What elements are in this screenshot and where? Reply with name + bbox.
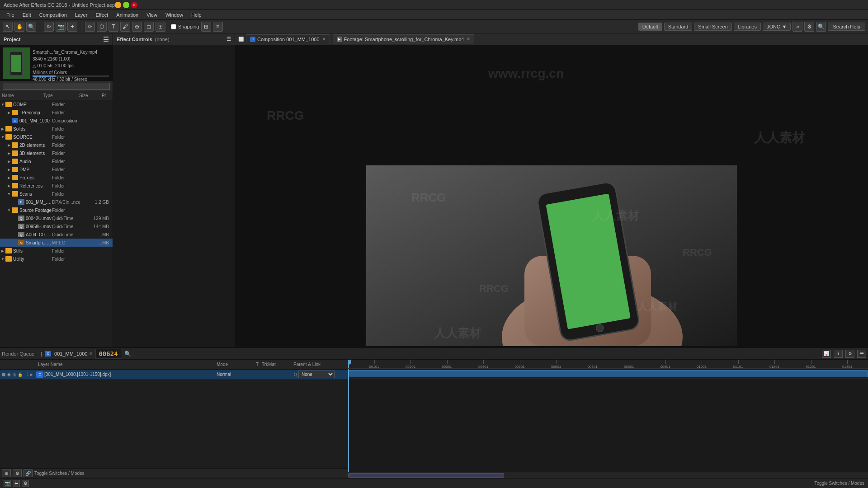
track-bar-1[interactable] [348, 370, 868, 377]
scanfile-icon: D [18, 199, 24, 205]
toolbar-eraser-tool[interactable]: ◻ [144, 22, 154, 32]
tree-item-dmp[interactable]: ▶ DMP Folder [0, 165, 113, 174]
toolbar-clone-tool[interactable]: ⊕ [132, 22, 142, 32]
timeline-ruler[interactable]: 00101 00201 00301 00401 00501 00601 0070… [348, 360, 868, 369]
layer-lock-icon[interactable]: 🔒 [17, 372, 23, 377]
tree-label-scanfile: 001_MM_...1.dpx [26, 200, 52, 205]
snapping-label: Snapping [178, 24, 199, 29]
toggle-switches-label[interactable]: Toggle Switches / Modes [814, 481, 864, 486]
tree-item-001mm1000[interactable]: C 001_MM_1000 Composition [0, 117, 113, 125]
menu-effect[interactable]: Effect [92, 11, 112, 19]
render-queue-tab[interactable]: Render Queue [2, 351, 34, 357]
toolbar-paint-tool[interactable]: 🖌 [120, 22, 130, 32]
tree-item-scanfile[interactable]: D 001_MM_...1.dpx DPX/Cin...nce 1.2 GB [0, 198, 113, 206]
tree-item-mov1[interactable]: Q 00042U.mov QuickTime 129 MB [0, 214, 113, 222]
toolbar-pen-tool[interactable]: ✏ [85, 22, 95, 32]
workspace-standard[interactable]: Standard [664, 23, 693, 31]
menu-animation[interactable]: Animation [113, 11, 142, 19]
tree-item-source-footage[interactable]: ▼ Source Footage Folder [0, 206, 113, 214]
toolbar-pan-tool[interactable]: ✦ [67, 22, 77, 32]
comp-timeline-tab[interactable]: C 001_MM_1000 ✕ [45, 351, 93, 357]
workspace-overflow[interactable]: » [793, 22, 802, 32]
tree-item-3d[interactable]: ▶ 3D elements Folder [0, 149, 113, 157]
menu-composition[interactable]: Composition [36, 11, 71, 19]
layer-solo-icon[interactable]: ◎ [12, 372, 17, 377]
toolbar-selection-tool[interactable]: ↖ [3, 22, 13, 32]
align-btn[interactable]: ≡ [213, 22, 223, 32]
tree-item-solids[interactable]: ▶ Solids Folder [0, 125, 113, 133]
status-camera-btn[interactable]: 📷 [4, 480, 11, 487]
tree-item-utility[interactable]: ▼ Utility Folder [0, 255, 113, 263]
layer-expand-arrow[interactable]: ▶ [30, 372, 35, 377]
layer-audio-icon[interactable]: ◉ [6, 372, 12, 377]
tree-item-precomp[interactable]: ▶ _Precomp Folder [0, 108, 113, 117]
composition-tab[interactable]: C Composition 001_MM_1000 ✕ [246, 34, 330, 44]
parent-link-icon[interactable]: ⛓ [293, 372, 297, 377]
project-menu-icon[interactable]: ☰ [103, 36, 109, 43]
workspace-libraries[interactable]: Libraries [734, 23, 761, 31]
effect-controls-menu[interactable]: ☰ [226, 36, 231, 42]
parent-select-1[interactable]: None [298, 371, 335, 378]
snapping-options-btn[interactable]: ⊞ [201, 22, 211, 32]
tl-graph-btn[interactable]: 📊 [822, 350, 831, 358]
toolbar-rotate-tool[interactable]: ↻ [44, 22, 54, 32]
snapping-checkbox[interactable] [171, 24, 176, 29]
comp-folder-icon [5, 102, 12, 107]
menu-window[interactable]: Window [162, 11, 187, 19]
tree-item-mov3[interactable]: Q A004_C0...mov QuickTime ...MB [0, 230, 113, 239]
menu-help[interactable]: Help [188, 11, 205, 19]
timeline-current-time[interactable]: 00624 [95, 349, 121, 359]
tree-type-scanfile: DPX/Cin...nce [52, 200, 88, 205]
timeline-scrubber[interactable] [348, 472, 868, 478]
footage-tab-close[interactable]: ✕ [467, 37, 470, 42]
workspace-search-icon[interactable]: 🔍 [816, 22, 826, 32]
tree-item-audio[interactable]: ▶ Audio Folder [0, 157, 113, 165]
minimize-button[interactable]: _ [115, 2, 121, 8]
maximize-button[interactable]: □ [123, 2, 129, 8]
search-help-button[interactable]: Search Help [828, 23, 865, 31]
project-progress-fill [33, 75, 56, 77]
workspace-jono[interactable]: JONO ▼ [763, 23, 791, 31]
toggle-label[interactable]: Toggle Switches / Modes [34, 471, 85, 476]
workspace-small-screen[interactable]: Small Screen [694, 23, 731, 31]
tree-item-stills[interactable]: ▶ Stills Folder [0, 247, 113, 255]
workspace-settings[interactable]: ⚙ [804, 22, 814, 32]
ts-btn-3[interactable]: 🔗 [24, 469, 33, 477]
status-next-btn[interactable]: ⚙ [22, 480, 29, 487]
scrubber-handle[interactable] [348, 473, 504, 478]
toolbar-mask-tool[interactable]: ⬡ [97, 22, 107, 32]
tree-item-2d[interactable]: ▶ 2D elements Folder [0, 141, 113, 149]
ts-btn-2[interactable]: ⚙ [13, 469, 22, 477]
tl-menu-btn[interactable]: ☰ [857, 350, 866, 358]
toolbar-text-tool[interactable]: T [108, 22, 118, 32]
tree-item-mov2[interactable]: Q 00958H.mov QuickTime 144 MB [0, 222, 113, 230]
composition-panel-menu[interactable]: ⬜ [237, 37, 245, 42]
layer-row-1[interactable]: ◉ ◎ 🔒 1 ▶ C [001_MM_1000.[1001-1150].dpx… [0, 370, 348, 380]
tree-item-mp4[interactable]: M Smartph...mp4 MPEG ...MB [0, 239, 113, 247]
tl-settings-btn[interactable]: ⚙ [845, 350, 854, 358]
tl-info-btn[interactable]: ℹ [834, 350, 843, 358]
menu-file[interactable]: File [3, 11, 18, 19]
project-search-input[interactable] [3, 83, 110, 90]
status-prev-btn[interactable]: ⬅ [13, 480, 20, 487]
menu-edit[interactable]: Edit [19, 11, 35, 19]
tree-item-proxies[interactable]: ▶ Proxies Folder [0, 174, 113, 182]
ts-btn-1[interactable]: ⊞ [2, 469, 11, 477]
toolbar-hand-tool[interactable]: ✋ [14, 22, 24, 32]
toolbar-camera-tool[interactable]: 📷 [56, 22, 66, 32]
tree-item-scans[interactable]: ▼ Scans Folder [0, 190, 113, 198]
menu-view[interactable]: View [143, 11, 161, 19]
menu-layer[interactable]: Layer [71, 11, 91, 19]
close-button[interactable]: ✕ [131, 2, 137, 8]
tree-item-comp[interactable]: ▼ COMP Folder [0, 100, 113, 108]
toolbar-puppet-tool[interactable]: ⊞ [156, 22, 165, 32]
workspace-default[interactable]: Default [638, 23, 662, 31]
tree-item-references[interactable]: ▶ References Folder [0, 182, 113, 190]
comp-tl-close[interactable]: ✕ [89, 351, 93, 356]
comp-tab-close[interactable]: ✕ [322, 37, 326, 42]
layer-visibility-dot[interactable] [2, 373, 5, 376]
timeline-search[interactable]: 🔍 [124, 350, 132, 358]
tree-item-source[interactable]: ▼ SOURCE Folder [0, 133, 113, 141]
toolbar-zoom-tool[interactable]: 🔍 [26, 22, 36, 32]
footage-tab[interactable]: ▶ Footage: Smartphone_scrolling_for_Chro… [333, 34, 475, 44]
